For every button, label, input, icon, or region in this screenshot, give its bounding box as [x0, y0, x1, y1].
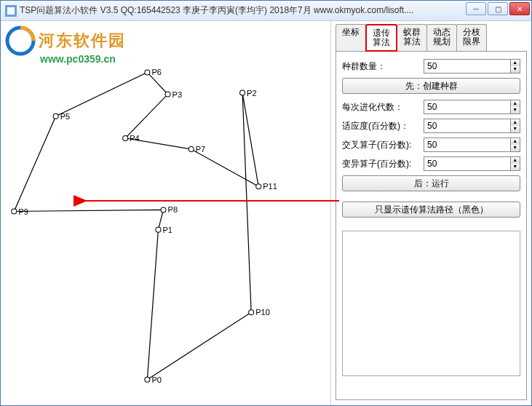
gen-spinner[interactable]: ▲▼ [424, 100, 520, 114]
maximize-button[interactable]: ▢ [488, 2, 508, 15]
point-label-P4: P4 [130, 134, 140, 143]
close-button[interactable]: ✕ [509, 2, 530, 15]
point-P6 [145, 70, 150, 75]
point-P8 [161, 207, 166, 212]
gen-up[interactable]: ▲ [511, 100, 520, 107]
gen-label: 每次进化代数： [342, 101, 421, 114]
point-P11 [256, 184, 261, 189]
graph-canvas: 河东软件园 www.pc0359.cn P0P1P2P3P4P5P6P7P8P9… [1, 21, 330, 405]
tab-bb[interactable]: 分枝 限界 [456, 24, 487, 52]
mut-input[interactable] [424, 156, 510, 171]
point-label-P6: P6 [151, 68, 162, 76]
app-icon [5, 5, 17, 17]
point-label-P10: P10 [255, 308, 270, 317]
pop-up[interactable]: ▲ [511, 60, 520, 66]
pop-label: 种群数量： [342, 60, 421, 73]
create-pop-button[interactable]: 先：创建种群 [342, 78, 520, 94]
result-textarea[interactable] [342, 231, 520, 376]
point-P1 [156, 227, 161, 232]
gen-down[interactable]: ▼ [511, 107, 520, 114]
fit-down[interactable]: ▼ [511, 126, 520, 132]
side-panel: 坐标 遗传 算法 蚁群 算法 动态 规划 分枝 限界 种群数量： ▲▼ 先：创建… [330, 21, 531, 405]
window-title: TSP问题算法小软件 V3.5 QQ:165442523 李庚子李丙寅(李均宇)… [20, 4, 413, 17]
point-label-P0: P0 [151, 375, 162, 384]
mut-down[interactable]: ▼ [511, 164, 520, 170]
content-area: 河东软件园 www.pc0359.cn P0P1P2P3P4P5P6P7P8P9… [1, 21, 531, 405]
tab-genetic[interactable]: 遗传 算法 [365, 24, 397, 52]
window-controls: ─ ▢ ✕ [466, 2, 530, 15]
point-label-P8: P8 [168, 205, 178, 214]
pop-input[interactable] [424, 59, 510, 73]
tab-dp[interactable]: 动态 规划 [426, 24, 457, 52]
show-path-button[interactable]: 只显示遗传算法路径（黑色） [342, 202, 520, 218]
panel-body: 种群数量： ▲▼ 先：创建种群 每次进化代数： ▲▼ 适应度(百分数)： [336, 51, 527, 400]
cross-down[interactable]: ▼ [511, 145, 520, 151]
fit-input[interactable] [424, 119, 510, 133]
gen-input[interactable] [424, 100, 510, 114]
mut-up[interactable]: ▲ [511, 157, 520, 164]
point-P5 [53, 114, 58, 119]
cross-spinner[interactable]: ▲▼ [424, 138, 520, 152]
mut-spinner[interactable]: ▲▼ [424, 156, 520, 171]
pop-spinner[interactable]: ▲▼ [424, 59, 520, 73]
fit-up[interactable]: ▲ [511, 119, 520, 126]
cross-up[interactable]: ▲ [511, 138, 520, 145]
point-P4 [123, 135, 128, 140]
point-P7 [188, 146, 194, 151]
mut-label: 变异算子(百分数): [342, 158, 421, 170]
tab-ant[interactable]: 蚁群 算法 [397, 24, 427, 52]
app-window: TSP问题算法小软件 V3.5 QQ:165442523 李庚子李丙寅(李均宇)… [0, 0, 532, 406]
point-label-P7: P7 [196, 145, 206, 154]
run-button[interactable]: 后：运行 [342, 175, 520, 191]
minimize-button[interactable]: ─ [466, 2, 486, 15]
point-P0 [145, 377, 150, 382]
svg-rect-1 [7, 7, 15, 15]
point-label-P11: P11 [263, 182, 277, 191]
tab-coords[interactable]: 坐标 [336, 24, 366, 52]
point-label-P5: P5 [60, 112, 71, 121]
tab-bar: 坐标 遗传 算法 蚁群 算法 动态 规划 分枝 限界 [336, 24, 531, 52]
fit-spinner[interactable]: ▲▼ [424, 119, 520, 133]
point-label-P3: P3 [172, 90, 183, 99]
point-label-P2: P2 [247, 89, 257, 97]
point-label-P9: P9 [18, 207, 28, 216]
cross-input[interactable] [424, 138, 510, 152]
point-P10 [249, 310, 254, 315]
titlebar: TSP问题算法小软件 V3.5 QQ:165442523 李庚子李丙寅(李均宇)… [1, 1, 531, 21]
pop-down[interactable]: ▼ [511, 66, 520, 73]
cross-label: 交叉算子(百分数): [342, 139, 421, 151]
point-P2 [240, 90, 245, 95]
point-P9 [12, 209, 17, 214]
point-label-P1: P1 [162, 226, 172, 234]
fit-label: 适应度(百分数)： [342, 120, 421, 132]
point-P3 [165, 92, 170, 97]
tsp-graph-svg: P0P1P2P3P4P5P6P7P8P9P10P11 [1, 21, 330, 405]
